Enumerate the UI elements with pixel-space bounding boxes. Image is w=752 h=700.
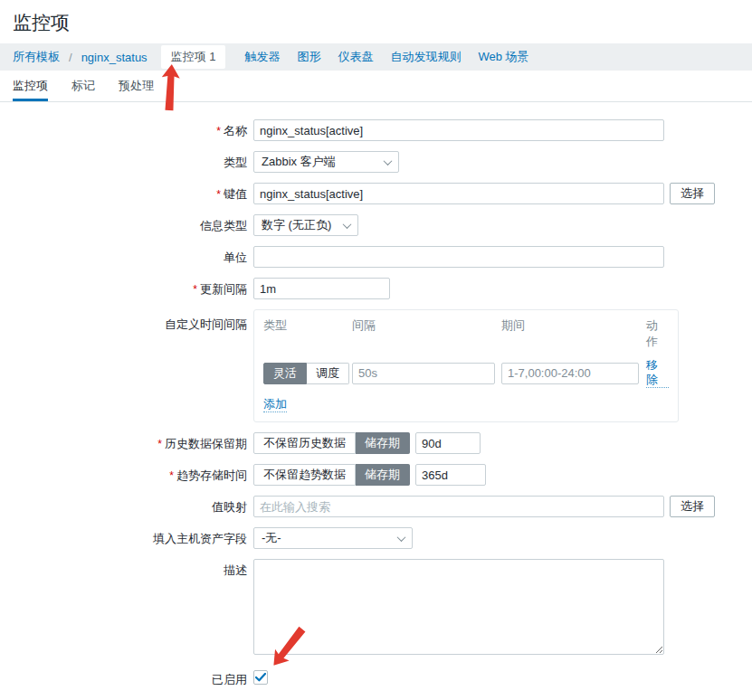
- update-interval-label: 更新间隔: [200, 282, 247, 296]
- value-map-label: 值映射: [13, 496, 253, 514]
- update-interval-input[interactable]: [253, 278, 390, 299]
- info-type-select[interactable]: 数字 (无正负): [253, 214, 358, 236]
- nav-item-discovery-rules[interactable]: 自动发现规则: [390, 49, 461, 65]
- page-title: 监控项: [13, 10, 739, 35]
- required-marker: *: [216, 125, 221, 137]
- type-label: 类型: [13, 151, 253, 169]
- required-marker: *: [169, 469, 174, 482]
- ci-interval-input[interactable]: [352, 363, 495, 384]
- enabled-label: 已启用: [13, 667, 253, 686]
- ci-add-link[interactable]: 添加: [263, 397, 287, 412]
- chevron-down-icon: [397, 533, 406, 542]
- ci-header-interval: 间隔: [352, 317, 501, 350]
- ci-remove-link[interactable]: 移除: [646, 358, 669, 388]
- row-name: *名称: [13, 119, 739, 141]
- history-storage-toggle[interactable]: 储存期: [356, 432, 410, 454]
- row-description: 描述: [13, 559, 739, 655]
- tab-item[interactable]: 监控项: [13, 71, 48, 101]
- trends-storage-toggle[interactable]: 储存期: [356, 464, 410, 486]
- form-tabs: 监控项 标记 预处理: [0, 71, 752, 102]
- row-history: *历史数据保留期 不保留历史数据 储存期: [13, 432, 739, 454]
- custom-interval-row: 灵活 调度 移除: [263, 358, 669, 388]
- type-select[interactable]: Zabbix 客户端: [253, 151, 399, 173]
- value-map-input[interactable]: [253, 496, 664, 517]
- inventory-select[interactable]: -无-: [253, 527, 413, 549]
- ci-header-period: 期间: [501, 317, 646, 350]
- tab-tags[interactable]: 标记: [71, 71, 95, 101]
- custom-intervals-label: 自定义时间间隔: [13, 309, 253, 331]
- key-input[interactable]: [253, 183, 664, 204]
- history-label: 历史数据保留期: [165, 437, 247, 450]
- inventory-label: 填入主机资产字段: [13, 527, 253, 545]
- chevron-down-icon: [343, 220, 352, 229]
- ci-header-type: 类型: [263, 317, 352, 350]
- history-off-toggle[interactable]: 不保留历史数据: [253, 432, 356, 454]
- type-select-value: Zabbix 客户端: [262, 154, 336, 170]
- value-map-select-button[interactable]: 选择: [670, 496, 715, 517]
- inventory-select-value: -无-: [262, 530, 281, 546]
- ci-period-input[interactable]: [501, 363, 639, 384]
- custom-intervals-table: 类型 间隔 期间 动作 灵活 调度 移除 添加: [253, 309, 679, 422]
- units-label: 单位: [13, 246, 253, 264]
- enabled-checkbox[interactable]: [253, 670, 268, 685]
- flexible-toggle[interactable]: 灵活: [263, 363, 307, 384]
- row-key: *键值 选择: [13, 183, 739, 204]
- breadcrumb-navbar: 所有模板 / nginx_status 监控项 1 触发器 图形 仪表盘 自动发…: [0, 43, 752, 71]
- history-period-input[interactable]: [415, 432, 481, 454]
- key-select-button[interactable]: 选择: [670, 183, 715, 204]
- tab-preprocessing[interactable]: 预处理: [119, 71, 154, 101]
- row-inventory: 填入主机资产字段 -无-: [13, 527, 739, 549]
- required-marker: *: [216, 188, 221, 201]
- ci-header-action: 动作: [646, 317, 669, 350]
- row-units: 单位: [13, 246, 739, 268]
- scheduling-toggle[interactable]: 调度: [307, 363, 349, 384]
- nav-item-dashboards[interactable]: 仪表盘: [338, 49, 373, 65]
- nav-item-graphs[interactable]: 图形: [297, 49, 320, 65]
- required-marker: *: [193, 283, 197, 296]
- item-form: *名称 类型 Zabbix 客户端 *键值 选择 信息类型 数字 (无正负) 单…: [0, 102, 752, 700]
- trends-off-toggle[interactable]: 不保留趋势数据: [253, 464, 356, 486]
- row-value-map: 值映射 选择: [13, 496, 739, 517]
- history-toggle: 不保留历史数据 储存期: [253, 432, 410, 454]
- description-label: 描述: [13, 559, 253, 577]
- chevron-down-icon: [384, 156, 393, 166]
- checkmark-icon: [255, 673, 266, 682]
- trends-toggle: 不保留趋势数据 储存期: [253, 464, 410, 486]
- nav-item-triggers[interactable]: 触发器: [244, 49, 280, 65]
- name-label: 名称: [224, 124, 247, 137]
- info-type-label: 信息类型: [13, 214, 253, 232]
- required-marker: *: [157, 438, 162, 450]
- description-textarea[interactable]: [253, 559, 664, 655]
- interval-type-toggle: 灵活 调度: [263, 363, 352, 384]
- row-custom-intervals: 自定义时间间隔 类型 间隔 期间 动作 灵活 调度 移除 添加: [13, 309, 739, 422]
- nav-item-items[interactable]: 监控项 1: [161, 45, 226, 69]
- key-label: 键值: [224, 187, 247, 201]
- info-type-select-value: 数字 (无正负): [262, 217, 331, 233]
- row-info-type: 信息类型 数字 (无正负): [13, 214, 739, 236]
- trends-label: 趋势存储时间: [176, 468, 247, 482]
- trends-period-input[interactable]: [415, 464, 486, 486]
- name-input[interactable]: [253, 119, 664, 141]
- breadcrumb-separator: /: [69, 51, 72, 64]
- row-type: 类型 Zabbix 客户端: [13, 151, 739, 173]
- row-enabled: 已启用: [13, 667, 739, 686]
- breadcrumb-all-templates[interactable]: 所有模板: [13, 49, 60, 65]
- nav-item-web-scenarios[interactable]: Web 场景: [478, 49, 528, 65]
- row-trends: *趋势存储时间 不保留趋势数据 储存期: [13, 464, 739, 486]
- breadcrumb-template-name[interactable]: nginx_status: [81, 51, 148, 64]
- units-input[interactable]: [253, 246, 664, 268]
- row-update-interval: *更新间隔: [13, 278, 739, 299]
